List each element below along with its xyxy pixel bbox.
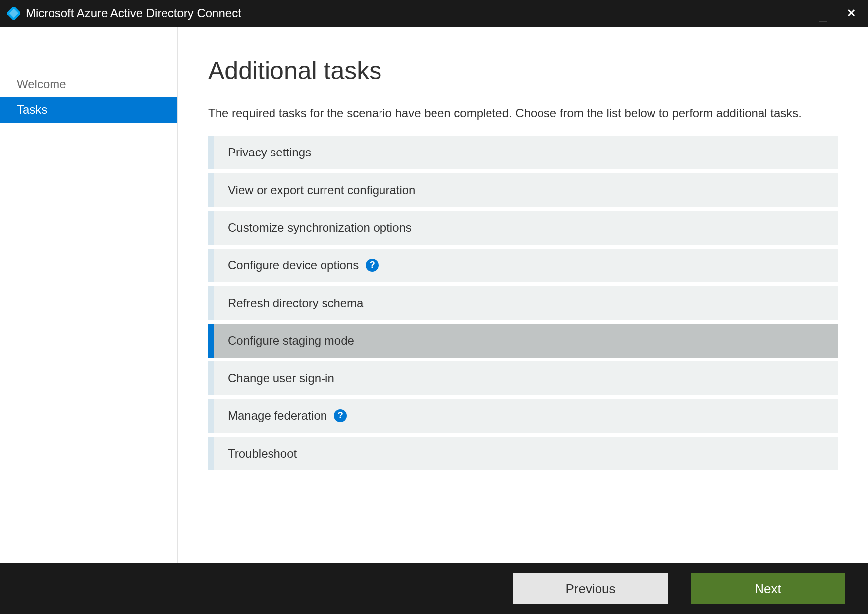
task-accent xyxy=(208,249,214,282)
task-label: Privacy settings xyxy=(214,146,311,159)
task-accent xyxy=(208,136,214,169)
help-icon[interactable]: ? xyxy=(334,409,347,422)
task-change-user-signin[interactable]: Change user sign-in xyxy=(208,361,838,395)
task-label: View or export current configuration xyxy=(214,183,415,197)
task-accent xyxy=(208,437,214,470)
azure-logo-icon xyxy=(7,6,21,20)
task-refresh-directory-schema[interactable]: Refresh directory schema xyxy=(208,286,838,320)
body-area: Welcome Tasks Additional tasks The requi… xyxy=(0,27,868,563)
task-accent xyxy=(208,324,214,358)
sidebar-item-welcome[interactable]: Welcome xyxy=(0,71,177,97)
titlebar-title: Microsoft Azure Active Directory Connect xyxy=(26,6,816,20)
task-view-export-config[interactable]: View or export current configuration xyxy=(208,173,838,207)
task-label: Customize synchronization options xyxy=(214,221,412,235)
page-description: The required tasks for the scenario have… xyxy=(208,105,838,122)
task-label: Configure device options xyxy=(214,258,359,272)
app-window: Microsoft Azure Active Directory Connect… xyxy=(0,0,868,614)
task-customize-sync[interactable]: Customize synchronization options xyxy=(208,211,838,245)
task-accent xyxy=(208,399,214,433)
task-accent xyxy=(208,361,214,395)
task-troubleshoot[interactable]: Troubleshoot xyxy=(208,437,838,470)
task-label: Troubleshoot xyxy=(214,447,297,460)
task-configure-device-options[interactable]: Configure device options ? xyxy=(208,249,838,282)
task-label: Configure staging mode xyxy=(214,334,354,348)
main-content: Additional tasks The required tasks for … xyxy=(178,27,868,563)
previous-button[interactable]: Previous xyxy=(513,573,668,604)
task-privacy-settings[interactable]: Privacy settings xyxy=(208,136,838,169)
next-button[interactable]: Next xyxy=(691,573,845,604)
footer: Previous Next xyxy=(0,563,868,614)
task-configure-staging-mode[interactable]: Configure staging mode xyxy=(208,324,838,358)
window-controls: _ ✕ xyxy=(816,5,858,21)
sidebar-item-label: Welcome xyxy=(17,77,66,91)
task-list: Privacy settings View or export current … xyxy=(208,136,838,470)
minimize-button[interactable]: _ xyxy=(816,7,830,23)
titlebar: Microsoft Azure Active Directory Connect… xyxy=(0,0,868,27)
help-icon[interactable]: ? xyxy=(366,259,379,272)
page-title: Additional tasks xyxy=(208,56,838,85)
task-label: Change user sign-in xyxy=(214,371,334,385)
task-label: Refresh directory schema xyxy=(214,296,363,310)
sidebar-item-tasks[interactable]: Tasks xyxy=(0,97,177,123)
task-accent xyxy=(208,211,214,245)
task-accent xyxy=(208,173,214,207)
task-accent xyxy=(208,286,214,320)
task-manage-federation[interactable]: Manage federation ? xyxy=(208,399,838,433)
close-button[interactable]: ✕ xyxy=(844,7,858,20)
sidebar-item-label: Tasks xyxy=(17,103,47,117)
task-label: Manage federation xyxy=(214,409,327,423)
sidebar: Welcome Tasks xyxy=(0,27,178,563)
